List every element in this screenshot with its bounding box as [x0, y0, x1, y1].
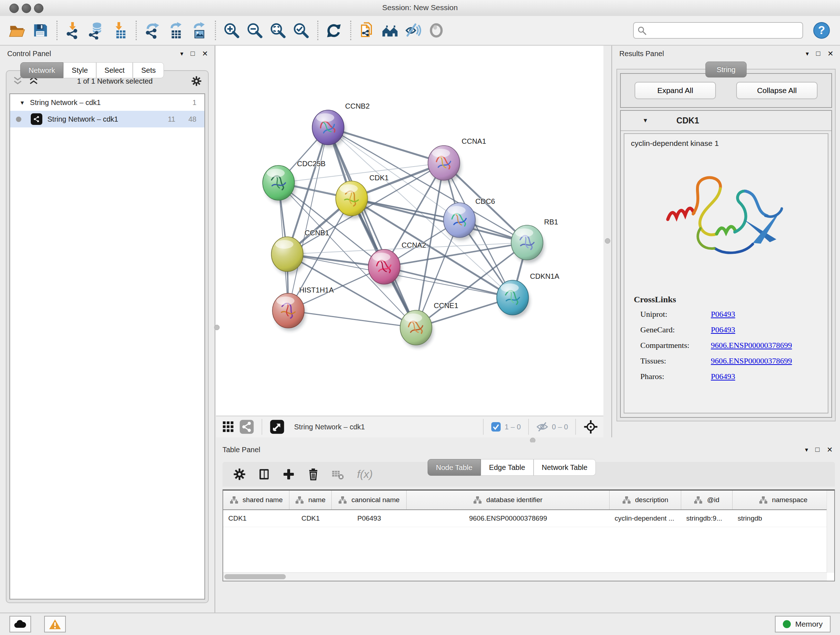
- network-node-CDC6[interactable]: [444, 203, 477, 241]
- close-panel-icon[interactable]: ✕: [202, 49, 208, 58]
- table-cell[interactable]: 9606.ENSP00000378699: [407, 510, 609, 527]
- float-panel-icon[interactable]: ▾: [806, 50, 809, 57]
- table-settings-gear-icon[interactable]: [233, 467, 246, 481]
- delete-column-trash-icon[interactable]: [306, 467, 320, 481]
- export-network-icon[interactable]: [143, 21, 161, 40]
- network-node-CDK1[interactable]: [336, 181, 369, 219]
- save-session-icon[interactable]: [31, 21, 49, 40]
- zoom-in-icon[interactable]: [223, 21, 240, 40]
- help-icon[interactable]: ?: [813, 21, 831, 40]
- crosslink-link[interactable]: P06493: [711, 310, 735, 319]
- network-row-selected[interactable]: String Network – cdk1 11 48: [10, 111, 204, 127]
- network-edge[interactable]: [352, 198, 527, 242]
- birds-eye-toggle-icon[interactable]: [583, 419, 598, 434]
- network-node-HIST1H1A[interactable]: [272, 293, 306, 331]
- import-network-file-icon[interactable]: [64, 21, 82, 40]
- crosslink-link[interactable]: P06493: [711, 325, 735, 334]
- maximize-panel-icon[interactable]: □: [816, 50, 820, 57]
- table-horizontal-scrollbar[interactable]: [223, 572, 827, 581]
- open-session-icon[interactable]: [8, 21, 26, 40]
- tree-caret-icon[interactable]: ▼: [19, 100, 25, 106]
- network-edge[interactable]: [328, 127, 416, 328]
- table-cell[interactable]: P06493: [332, 510, 407, 527]
- float-panel-icon[interactable]: ▾: [180, 50, 183, 57]
- column-header-namespace[interactable]: namespace: [733, 491, 834, 509]
- close-panel-icon[interactable]: ✕: [827, 49, 834, 58]
- add-column-icon[interactable]: [282, 467, 295, 481]
- share-document-icon[interactable]: [358, 21, 376, 40]
- column-header-description[interactable]: description: [609, 491, 681, 509]
- tab-network-table[interactable]: Network Table: [534, 459, 596, 476]
- network-edge[interactable]: [328, 127, 444, 163]
- left-splitter-handle[interactable]: [214, 325, 219, 330]
- function-builder-icon[interactable]: f(x): [355, 467, 375, 481]
- table-cell[interactable]: stringdb: [733, 510, 834, 527]
- network-node-CCNE1[interactable]: [400, 310, 433, 348]
- scrollbar-thumb[interactable]: [224, 574, 286, 579]
- eye-indicator-icon[interactable]: [427, 21, 445, 40]
- hide-glasses-icon[interactable]: [404, 21, 422, 40]
- crosslink-link[interactable]: 9606.ENSP00000378699: [711, 340, 792, 350]
- tab-edge-table[interactable]: Edge Table: [481, 459, 534, 476]
- float-panel-icon[interactable]: ▾: [805, 446, 808, 454]
- network-node-RB1[interactable]: [511, 225, 545, 263]
- gear-icon[interactable]: [191, 75, 202, 87]
- table-cell[interactable]: CDK1: [223, 510, 289, 527]
- selected-checkbox-icon[interactable]: [491, 422, 501, 432]
- column-header-shared-name[interactable]: shared name: [223, 491, 289, 509]
- column-header-database-identifier[interactable]: database identifier: [407, 491, 609, 509]
- memory-button[interactable]: Memory: [775, 616, 831, 632]
- maximize-panel-icon[interactable]: □: [815, 446, 819, 454]
- maximize-panel-icon[interactable]: □: [191, 50, 195, 57]
- zoom-out-icon[interactable]: [246, 21, 264, 40]
- zoom-fit-icon[interactable]: [269, 21, 287, 40]
- network-edge[interactable]: [288, 127, 328, 310]
- collapse-all-button[interactable]: Collapse All: [736, 82, 818, 99]
- table-cell[interactable]: stringdb:9...: [681, 510, 733, 527]
- crosslink-link[interactable]: P06493: [711, 372, 735, 381]
- tab-network[interactable]: Network: [20, 62, 63, 78]
- crosslink-link[interactable]: 9606.ENSP00000378699: [711, 356, 792, 366]
- clear-table-icon[interactable]: [331, 467, 345, 481]
- column-header-canonical-name[interactable]: canonical name: [332, 491, 407, 509]
- open-in-new-window-icon[interactable]: [270, 419, 285, 434]
- network-view-canvas[interactable]: CCNB2CCNA1CDC25BCDK1CDC6RB1CCNB1CCNA2CDK…: [216, 46, 603, 416]
- gene-section-header[interactable]: ▼ CDK1: [621, 111, 831, 131]
- cloud-status-button[interactable]: [9, 616, 31, 632]
- export-image-icon[interactable]: [189, 21, 208, 40]
- export-table-icon[interactable]: [166, 21, 185, 40]
- network-node-CCNA1[interactable]: [428, 146, 461, 183]
- network-node-CCNB2[interactable]: [312, 110, 346, 148]
- grid-view-icon[interactable]: [221, 420, 235, 434]
- warnings-button[interactable]: [44, 616, 66, 632]
- table-vertical-scrollbar[interactable]: [827, 491, 834, 573]
- close-panel-icon[interactable]: ✕: [827, 445, 833, 454]
- import-table-icon[interactable]: [111, 21, 128, 40]
- tab-style[interactable]: Style: [63, 62, 96, 78]
- right-splitter-handle[interactable]: [605, 238, 610, 244]
- table-row[interactable]: CDK1CDK1P064939606.ENSP00000378699cyclin…: [223, 510, 834, 527]
- horizontal-splitter[interactable]: [216, 437, 840, 442]
- network-edge[interactable]: [384, 267, 513, 298]
- tab-string[interactable]: String: [706, 62, 747, 78]
- refresh-layout-icon[interactable]: [325, 21, 343, 40]
- network-edge[interactable]: [288, 310, 416, 328]
- network-collection-row[interactable]: ▼ String Network – cdk1 1: [10, 94, 204, 111]
- import-network-database-icon[interactable]: [87, 21, 105, 40]
- network-node-CDC25B[interactable]: [263, 165, 296, 203]
- network-node-CCNA2[interactable]: [368, 249, 401, 287]
- section-caret-icon[interactable]: ▼: [643, 117, 648, 124]
- search-input[interactable]: [633, 22, 803, 39]
- string-home-icon[interactable]: [381, 21, 399, 40]
- tab-sets[interactable]: Sets: [133, 62, 164, 78]
- network-share-icon[interactable]: [239, 419, 254, 434]
- column-header--id[interactable]: @id: [681, 491, 733, 509]
- tab-select[interactable]: Select: [96, 62, 133, 78]
- tab-node-table[interactable]: Node Table: [428, 459, 481, 476]
- network-node-CDKN1A[interactable]: [497, 280, 530, 318]
- zoom-selected-icon[interactable]: [292, 21, 310, 40]
- column-header-name[interactable]: name: [289, 491, 332, 509]
- show-columns-icon[interactable]: [257, 467, 271, 481]
- table-cell[interactable]: CDK1: [289, 510, 332, 527]
- table-cell[interactable]: cyclin-dependent ...: [609, 510, 681, 527]
